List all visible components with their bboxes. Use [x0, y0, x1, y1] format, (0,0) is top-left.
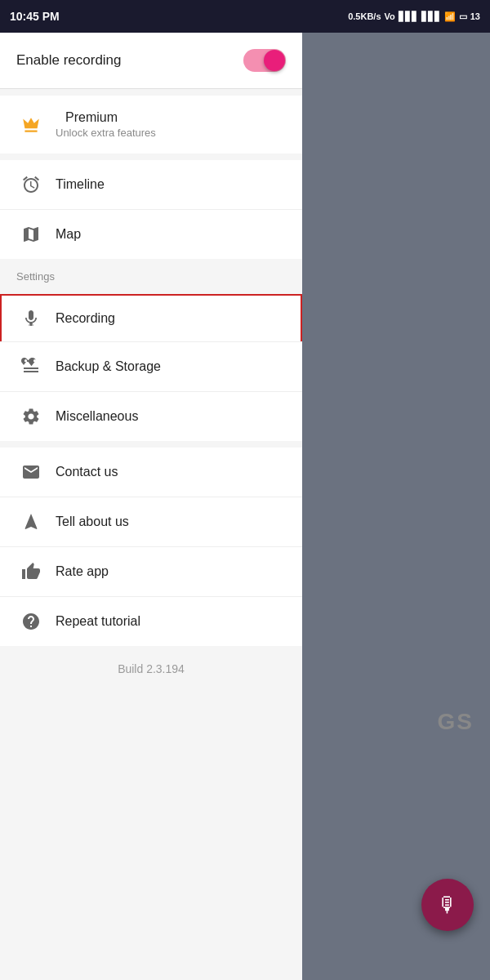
premium-menu-item[interactable]: Premium Unlock extra features: [0, 96, 302, 154]
fab-mic-icon: 🎙: [437, 893, 458, 918]
backup-storage-label: Backup & Storage: [56, 359, 161, 374]
right-panel-background: 🔍 ☆ GS: [302, 33, 490, 980]
enable-recording-label: Enable recording: [16, 52, 122, 69]
timeline-menu-item[interactable]: Timeline: [0, 160, 302, 210]
panel-text: GS: [438, 709, 474, 735]
signal-icon: ▋▋▋: [399, 11, 418, 22]
toggle-thumb: [264, 50, 285, 71]
battery-level: 13: [470, 11, 480, 21]
enable-recording-toggle[interactable]: [243, 49, 286, 72]
status-bar: 10:45 PM 0.5KB/s Vo ▋▋▋ ▋▋▋ 📶 ▭ 13: [0, 0, 490, 33]
email-icon: [16, 462, 46, 482]
signal-icon-2: ▋▋▋: [421, 11, 441, 22]
help-icon: [16, 612, 46, 631]
timeline-icon: [16, 175, 46, 194]
premium-subtitle: Unlock extra features: [56, 127, 156, 139]
settings-section-header: Settings: [0, 259, 302, 287]
contact-us-menu-item[interactable]: Contact us: [0, 448, 302, 497]
svg-rect-1: [29, 325, 33, 326]
repeat-tutorial-label: Repeat tutorial: [56, 614, 140, 629]
premium-section: Premium Unlock extra features: [0, 96, 302, 154]
fab-mic-button[interactable]: 🎙: [421, 879, 474, 931]
miscellaneous-label: Miscellaneous: [56, 409, 138, 424]
premium-title: Premium: [65, 110, 156, 125]
share-icon: [16, 512, 46, 532]
status-icons: 0.5KB/s Vo ▋▋▋ ▋▋▋ 📶 ▭ 13: [348, 11, 480, 22]
support-section: Contact us Tell about us Rate app: [0, 448, 302, 646]
nav-section: Timeline Map: [0, 160, 302, 259]
contact-us-label: Contact us: [56, 465, 118, 479]
settings-section: Recording Backup & Storage Miscellaneous: [0, 294, 302, 441]
time-display: 10:45 PM: [10, 10, 60, 23]
miscellaneous-menu-item[interactable]: Miscellaneous: [0, 392, 302, 441]
rate-app-menu-item[interactable]: Rate app: [0, 547, 302, 597]
backup-storage-menu-item[interactable]: Backup & Storage: [0, 341, 302, 392]
gear-icon: [16, 407, 46, 426]
tell-about-us-label: Tell about us: [56, 514, 129, 529]
repeat-tutorial-menu-item[interactable]: Repeat tutorial: [0, 597, 302, 646]
backup-icon: [16, 357, 46, 376]
recording-menu-item[interactable]: Recording: [0, 294, 302, 341]
toggle-track: [243, 49, 286, 72]
side-drawer: Enable recording Premium Unlock extra fe…: [0, 33, 302, 980]
map-menu-item[interactable]: Map: [0, 210, 302, 259]
tell-about-us-menu-item[interactable]: Tell about us: [0, 497, 302, 547]
map-label: Map: [56, 227, 81, 242]
thumbsup-icon: [16, 562, 46, 581]
recording-label: Recording: [56, 311, 115, 326]
speed-indicator: 0.5KB/s: [348, 11, 381, 21]
map-icon: [16, 225, 46, 244]
carrier-indicator: Vo: [385, 11, 395, 21]
wifi-icon: 📶: [444, 11, 456, 22]
build-info: Build 2.3.194: [0, 646, 302, 692]
battery-icon: ▭: [459, 11, 467, 22]
crown-icon: [16, 114, 46, 136]
microphone-icon: [16, 309, 46, 328]
svg-rect-0: [29, 323, 33, 324]
enable-recording-row[interactable]: Enable recording: [0, 33, 302, 89]
rate-app-label: Rate app: [56, 564, 109, 579]
timeline-label: Timeline: [56, 177, 105, 192]
